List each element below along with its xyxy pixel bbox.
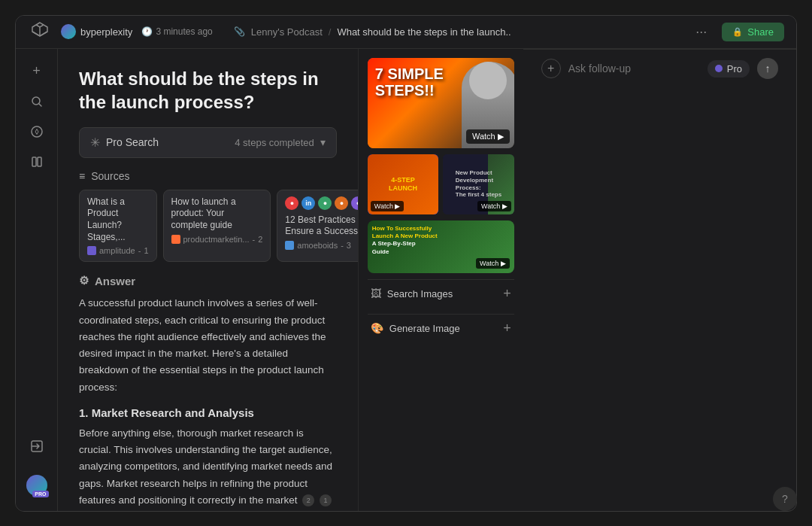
generate-image-row[interactable]: 🎨 Generate Image + [368, 314, 514, 342]
pro-search-left: ✳ Pro Search [90, 135, 159, 150]
source-title-1: What is a Product Launch? Stages,... [87, 196, 149, 243]
svg-rect-3 [38, 157, 41, 166]
sidebar: + [16, 49, 58, 511]
main-layout: + [16, 49, 796, 511]
answer-label: Answer [95, 275, 135, 287]
right-panel: 7 SIMPLE STEPS!! Watch ▶ [358, 49, 523, 511]
source-meta-3: amoeboids - 3 [285, 241, 357, 250]
pro-label: Pro [727, 63, 742, 74]
sidebar-item-add[interactable]: + [23, 58, 50, 85]
search-images-row[interactable]: 🖼 Search Images + [368, 279, 514, 308]
page-title: What should be the steps in the launch p… [79, 67, 337, 114]
share-button[interactable]: 🔒 Share [722, 23, 784, 41]
video-label-bottom: How To SuccessfullyLaunch A New ProductA… [368, 220, 514, 261]
content-area: What should be the steps in the launch p… [58, 49, 523, 511]
source-card-3[interactable]: ● in ● ● ● ● 12 Best Practices to Ensure… [277, 190, 357, 262]
svg-rect-2 [32, 157, 36, 166]
time-ago: 3 minutes ago [156, 26, 212, 37]
clock-icon: 🕐 [141, 26, 153, 37]
follow-up-input[interactable] [568, 62, 700, 74]
source-dot-3: ● [318, 196, 332, 210]
app-window: byperplexity 🕐 3 minutes ago 📎 Lenny's P… [15, 15, 797, 512]
breadcrumb-icon: 📎 [234, 26, 245, 37]
video-card-main[interactable]: 7 SIMPLE STEPS!! Watch ▶ [368, 58, 514, 148]
source-dot-4: ● [335, 196, 348, 210]
sidebar-export-button[interactable] [23, 433, 50, 460]
ref-badge-2: 2 [302, 494, 314, 506]
video-title-overlay: 7 SIMPLE STEPS!! [375, 65, 444, 99]
sources-header: ≡ Sources [79, 170, 337, 182]
video-card-bottom[interactable]: How To SuccessfullyLaunch A New ProductA… [368, 220, 514, 273]
user-profile-icon[interactable]: PRO [26, 475, 47, 496]
source-title-3: 12 Best Practices to Ensure a Successful… [285, 214, 357, 238]
sources-grid: What is a Product Launch? Stages,... amp… [79, 190, 337, 262]
watch-button-bottom[interactable]: Watch ▶ [476, 258, 510, 269]
pro-search-status: 4 steps completed [235, 137, 314, 148]
productmarketing-favicon [171, 235, 180, 244]
video-card-newprod[interactable]: New ProductDevelopmentProcess:The first … [443, 154, 514, 214]
amoeboids-favicon [285, 241, 294, 250]
sources-label: Sources [91, 170, 129, 182]
source-card-1[interactable]: What is a Product Launch? Stages,... amp… [79, 190, 157, 262]
source-num-1: 1 [144, 246, 148, 255]
user-avatar [61, 24, 76, 39]
answer-header: ⚙ Answer [79, 274, 337, 287]
add-follow-up-button[interactable]: + [541, 59, 561, 78]
video-card-4step[interactable]: 4-STEPLAUNCH Watch ▶ [368, 154, 439, 214]
pro-search-right: 4 steps completed ▾ [235, 136, 326, 148]
breadcrumb: 📎 Lenny's Podcast / What should be the s… [234, 26, 511, 38]
topbar-user: byperplexity [61, 24, 132, 39]
sidebar-item-library[interactable] [23, 148, 50, 175]
app-logo [28, 20, 52, 44]
sources-section: ≡ Sources What is a Product Launch? Stag… [79, 170, 337, 262]
source-num-2: 2 [258, 235, 262, 244]
generate-image-label: Generate Image [389, 323, 460, 334]
answer-section: ⚙ Answer A successful product launch inv… [79, 274, 337, 510]
pro-search-label: Pro Search [106, 136, 159, 148]
breadcrumb-separator: / [329, 26, 332, 38]
source-meta-1: amplitude - 1 [87, 246, 149, 255]
sidebar-item-search[interactable] [23, 88, 50, 115]
watch-button-4step[interactable]: Watch ▶ [371, 201, 404, 211]
watch-button-main[interactable]: Watch ▶ [466, 129, 510, 144]
source-dot-1: ● [285, 196, 298, 210]
pro-dot [715, 65, 723, 72]
search-images-label: Search Images [387, 288, 453, 299]
source-dot-5: ● [351, 196, 357, 210]
help-button[interactable]: ? [773, 487, 797, 511]
breadcrumb-current: What should be the steps in the launch.. [337, 26, 511, 38]
svg-point-1 [32, 126, 42, 137]
source-meta-2: productmarketin... - 2 [171, 235, 263, 244]
pro-search-bar[interactable]: ✳ Pro Search 4 steps completed ▾ [79, 127, 337, 158]
sidebar-item-discover[interactable] [23, 118, 50, 145]
video-label-newprod: New ProductDevelopmentProcess:The first … [453, 166, 504, 201]
topbar-time: 🕐 3 minutes ago [141, 26, 212, 37]
ref-badge-1: 1 [320, 494, 332, 506]
generate-image-icon: 🎨 [371, 322, 383, 334]
answer-section1-text: Before anything else, thorough market re… [79, 425, 337, 509]
source-dot-2: in [301, 196, 315, 210]
search-images-left: 🖼 Search Images [371, 287, 453, 299]
generate-image-left: 🎨 Generate Image [371, 322, 460, 334]
generate-image-plus[interactable]: + [503, 321, 511, 336]
main-content: What should be the steps in the launch p… [58, 49, 358, 511]
more-options-button[interactable]: ··· [689, 21, 713, 43]
pro-badge: PRO [32, 491, 48, 497]
answer-intro: A successful product launch involves a s… [79, 295, 337, 396]
watch-button-newprod[interactable]: Watch ▶ [477, 201, 511, 211]
answer-section1-title: 1. Market Research and Analysis [79, 406, 337, 419]
chevron-down-icon[interactable]: ▾ [320, 136, 326, 148]
search-images-plus[interactable]: + [503, 286, 511, 302]
breadcrumb-parent[interactable]: Lenny's Podcast [251, 26, 323, 38]
sources-icon: ≡ [79, 170, 85, 182]
amplitude-favicon [87, 246, 96, 255]
source-num-3: 3 [347, 241, 351, 250]
send-button[interactable]: ↑ [757, 58, 778, 79]
source-card-2[interactable]: How to launch a product: Your complete g… [163, 190, 271, 262]
search-images-icon: 🖼 [371, 287, 381, 299]
video-label-4step: 4-STEPLAUNCH [386, 173, 420, 196]
user-name: byperplexity [80, 26, 132, 38]
pro-toggle[interactable]: Pro [707, 60, 750, 78]
sidebar-bottom: PRO [23, 433, 50, 502]
source-title-2: How to launch a product: Your complete g… [171, 196, 263, 232]
